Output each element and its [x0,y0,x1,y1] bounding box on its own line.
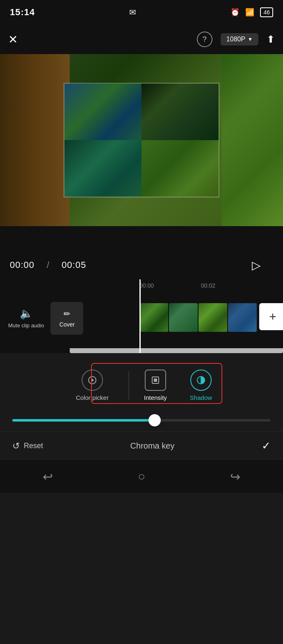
battery-indicator: 46 [260,7,273,17]
total-time: 00:05 [62,260,86,270]
film-frame-1 [139,303,168,332]
slider-fill [12,419,155,422]
chroma-key-label: Chroma key [130,441,175,451]
quality-button[interactable]: 1080P ▼ [221,33,258,45]
ruler-label-start: 00:00 [139,282,154,289]
reset-label: Reset [24,442,43,450]
status-bar: 15:14 ✉ ⏰ 📶 46 [0,0,283,25]
timeline-playhead [139,279,141,353]
cover-label: Cover [59,321,75,328]
add-clip-button[interactable]: + [259,303,283,330]
toolbar-right: ? 1080P ▼ ⬆ [197,32,275,47]
tool-row: Color picker Intensity [0,361,283,409]
close-button[interactable]: ✕ [8,33,18,46]
bottom-bar: ↺ Reset Chroma key ✓ [0,431,283,460]
mute-label: Mute clip audio [8,322,44,329]
message-icon: ✉ [129,7,136,17]
mute-audio-button[interactable]: 🔈 Mute clip audio [8,307,44,329]
film-frame-3 [199,303,227,332]
cover-icon: ✏ [64,309,71,319]
time-row: 00:00 / 00:05 ▷ [0,251,283,279]
reset-icon: ↺ [12,441,20,451]
status-icons: ⏰ 📶 46 [231,7,273,17]
export-button[interactable]: ⬆ [267,34,275,45]
tree-right [221,54,283,226]
time-separator: / [47,260,49,270]
film-strip: + [139,303,283,333]
film-frame-2 [169,303,198,332]
preview-bottom-spacer [0,226,283,251]
ruler-label-mid: 00:02 [201,282,215,289]
status-time: 15:14 [10,7,35,18]
help-button[interactable]: ? [197,32,212,47]
cover-button[interactable]: ✏ Cover [50,302,83,335]
nav-home-icon[interactable]: ○ [138,469,145,483]
nav-back-icon[interactable]: ↩ [43,469,53,484]
top-toolbar: ✕ ? 1080P ▼ ⬆ [0,25,283,54]
confirm-button[interactable]: ✓ [262,440,271,452]
overlay-cell-2 [142,84,219,140]
reset-button[interactable]: ↺ Reset [12,441,43,451]
timeline-area: 00:00 00:02 🔈 Mute clip audio ✏ Cover + [0,279,283,353]
quality-arrow: ▼ [248,36,253,42]
nav-recent-icon[interactable]: ↪ [230,469,240,484]
overlay-grid [64,83,219,197]
slider-container [0,409,283,431]
tree-left [0,54,70,226]
slider-track[interactable] [12,419,271,422]
film-frame-4 [228,303,257,332]
overlay-cell-1 [64,84,142,140]
video-preview [0,54,283,226]
alarm-icon: ⏰ [231,8,240,17]
slider-thumb[interactable] [148,414,161,426]
timeline-content: 🔈 Mute clip audio ✏ Cover + [0,292,283,345]
timeline-ruler: 00:00 00:02 [0,279,283,292]
mute-icon: 🔈 [20,307,33,320]
play-button[interactable]: ▷ [252,259,261,272]
overlay-cell-3 [64,140,142,197]
controls-section: Color picker Intensity [0,353,283,460]
selected-tools-box [91,363,222,404]
current-time: 00:00 [10,260,34,270]
timeline-strip-bottom [70,348,283,353]
nav-bar: ↩ ○ ↪ [0,460,283,493]
wifi-icon: 📶 [245,8,254,17]
overlay-cell-4 [142,140,219,197]
